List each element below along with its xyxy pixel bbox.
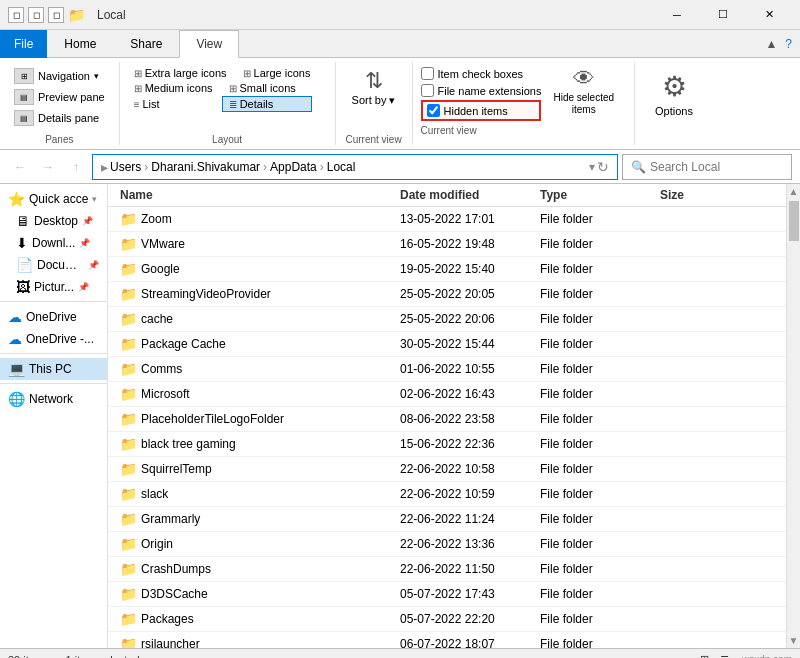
- navigation-pane-btn[interactable]: ⊞ Navigation ▾: [8, 66, 105, 86]
- scrollbar[interactable]: ▲ ▼: [786, 184, 800, 648]
- sidebar-item-documents[interactable]: 📄 Docum... 📌: [0, 254, 107, 276]
- file-date: 15-06-2022 22:36: [396, 435, 536, 453]
- show-hide-label: Current view: [421, 123, 542, 136]
- details-pane-label: Details pane: [38, 112, 99, 124]
- file-row[interactable]: 📁 cache 25-05-2022 20:06 File folder: [108, 307, 786, 332]
- sidebar-item-this-pc[interactable]: 💻 This PC: [0, 358, 107, 380]
- column-size[interactable]: Size: [656, 186, 736, 204]
- item-check-boxes-checkbox[interactable]: [421, 67, 434, 80]
- help-btn[interactable]: ?: [785, 37, 792, 51]
- file-date: 13-05-2022 17:01: [396, 210, 536, 228]
- path-dropdown-arrow[interactable]: ▾: [589, 160, 595, 174]
- sidebar-item-onedrive[interactable]: ☁ OneDrive: [0, 306, 107, 328]
- file-row[interactable]: 📁 StreamingVideoProvider 25-05-2022 20:0…: [108, 282, 786, 307]
- file-type: File folder: [536, 285, 656, 303]
- ribbon-collapse-btn[interactable]: ▲: [765, 37, 777, 51]
- list-btn[interactable]: ≡ List: [128, 96, 218, 112]
- column-name[interactable]: Name: [116, 186, 396, 204]
- file-row[interactable]: 📁 PlaceholderTileLogoFolder 08-06-2022 2…: [108, 407, 786, 432]
- view-icon-1[interactable]: ⊞: [696, 651, 714, 659]
- medium-icons-btn[interactable]: ⊞ Medium icons: [128, 81, 219, 95]
- file-folder-icon: 📁: [120, 461, 137, 477]
- back-button[interactable]: ←: [8, 155, 32, 179]
- hidden-items-row[interactable]: Hidden items: [421, 100, 542, 121]
- preview-pane-btn[interactable]: ▤ Preview pane: [8, 87, 111, 107]
- large-icons-btn[interactable]: ⊞ Large icons: [237, 66, 327, 80]
- file-folder-icon: 📁: [120, 436, 137, 452]
- path-local[interactable]: Local: [327, 160, 356, 174]
- file-row[interactable]: 📁 Origin 22-06-2022 13:36 File folder: [108, 532, 786, 557]
- file-row[interactable]: 📁 VMware 16-05-2022 19:48 File folder: [108, 232, 786, 257]
- sidebar-item-onedrive2[interactable]: ☁ OneDrive -...: [0, 328, 107, 350]
- maximize-button[interactable]: ☐: [700, 0, 746, 30]
- path-dharani[interactable]: Dharani.Shivakumar: [151, 160, 260, 174]
- item-check-boxes-row[interactable]: Item check boxes: [421, 66, 542, 81]
- search-box[interactable]: 🔍: [622, 154, 792, 180]
- address-path[interactable]: ▸ Users › Dharani.Shivakumar › AppData ›…: [92, 154, 618, 180]
- tab-view[interactable]: View: [179, 30, 239, 58]
- file-row[interactable]: 📁 Package Cache 30-05-2022 15:44 File fo…: [108, 332, 786, 357]
- file-type: File folder: [536, 210, 656, 228]
- tab-share[interactable]: Share: [113, 30, 179, 58]
- quick-access-arrow: ▾: [92, 194, 97, 204]
- file-row[interactable]: 📁 Packages 05-07-2022 22:20 File folder: [108, 607, 786, 632]
- forward-button[interactable]: →: [36, 155, 60, 179]
- file-size: [656, 617, 736, 621]
- documents-pin-icon: 📌: [88, 260, 99, 270]
- tab-file[interactable]: File: [0, 30, 47, 58]
- column-date[interactable]: Date modified: [396, 186, 536, 204]
- column-type[interactable]: Type: [536, 186, 656, 204]
- file-row[interactable]: 📁 slack 22-06-2022 10:59 File folder: [108, 482, 786, 507]
- file-date: 25-05-2022 20:06: [396, 310, 536, 328]
- sort-by-btn[interactable]: ⇅ Sort by ▾: [344, 66, 404, 109]
- scroll-thumb[interactable]: [789, 201, 799, 241]
- view-icon-2[interactable]: ≣: [716, 651, 734, 659]
- minimize-button[interactable]: ─: [654, 0, 700, 30]
- options-btn[interactable]: ⚙ Options: [643, 62, 705, 117]
- up-button[interactable]: ↑: [64, 155, 88, 179]
- path-sep-2: ›: [263, 160, 267, 174]
- file-name-cell: 📁 D3DSCache: [116, 584, 396, 604]
- extra-large-icons-btn[interactable]: ⊞ Extra large icons: [128, 66, 233, 80]
- scroll-up-btn[interactable]: ▲: [787, 184, 800, 199]
- file-row[interactable]: 📁 Grammarly 22-06-2022 11:24 File folder: [108, 507, 786, 532]
- file-row[interactable]: 📁 Google 19-05-2022 15:40 File folder: [108, 257, 786, 282]
- file-row[interactable]: 📁 SquirrelTemp 22-06-2022 10:58 File fol…: [108, 457, 786, 482]
- tab-home[interactable]: Home: [47, 30, 113, 58]
- sidebar-item-network[interactable]: 🌐 Network: [0, 388, 107, 410]
- file-row[interactable]: 📁 D3DSCache 05-07-2022 17:43 File folder: [108, 582, 786, 607]
- file-folder-icon: 📁: [120, 336, 137, 352]
- scroll-down-btn[interactable]: ▼: [787, 633, 800, 648]
- file-row[interactable]: 📁 black tree gaming 15-06-2022 22:36 Fil…: [108, 432, 786, 457]
- path-refresh-icon[interactable]: ↻: [597, 159, 609, 175]
- search-input[interactable]: [650, 160, 770, 174]
- hidden-items-checkbox[interactable]: [427, 104, 440, 117]
- downloads-icon: ⬇: [16, 235, 28, 251]
- details-btn[interactable]: ≣ Details: [222, 96, 312, 112]
- close-button[interactable]: ✕: [746, 0, 792, 30]
- small-icons-btn[interactable]: ⊞ Small icons: [223, 81, 313, 95]
- title-bar-icons: ◻ ◻ ◻ 📁: [8, 7, 89, 23]
- file-name-extensions-checkbox[interactable]: [421, 84, 434, 97]
- file-row[interactable]: 📁 CrashDumps 22-06-2022 11:50 File folde…: [108, 557, 786, 582]
- item-count: 30 items: [8, 654, 50, 659]
- file-row[interactable]: 📁 Microsoft 02-06-2022 16:43 File folder: [108, 382, 786, 407]
- file-type: File folder: [536, 260, 656, 278]
- file-date: 22-06-2022 11:24: [396, 510, 536, 528]
- preview-pane-label: Preview pane: [38, 91, 105, 103]
- file-name-extensions-row[interactable]: File name extensions: [421, 83, 542, 98]
- sidebar-item-desktop[interactable]: 🖥 Desktop 📌: [0, 210, 107, 232]
- hide-selected-items-btn[interactable]: 👁 Hide selecteditems: [541, 66, 626, 116]
- file-row[interactable]: 📁 rsilauncher 06-07-2022 18:07 File fold…: [108, 632, 786, 648]
- this-pc-icon: 💻: [8, 361, 25, 377]
- file-row[interactable]: 📁 Comms 01-06-2022 10:55 File folder: [108, 357, 786, 382]
- sidebar-item-downloads[interactable]: ⬇ Downl... 📌: [0, 232, 107, 254]
- sidebar-item-pictures[interactable]: 🖼 Pictur... 📌: [0, 276, 107, 298]
- path-users[interactable]: Users: [110, 160, 141, 174]
- path-appdata[interactable]: AppData: [270, 160, 317, 174]
- hide-items-label: Hide selecteditems: [553, 92, 614, 116]
- details-pane-btn[interactable]: ▤ Details pane: [8, 108, 105, 128]
- file-name-cell: 📁 SquirrelTemp: [116, 459, 396, 479]
- file-row[interactable]: 📁 Zoom 13-05-2022 17:01 File folder: [108, 207, 786, 232]
- sidebar-item-quick-access[interactable]: ⭐ Quick acce ▾: [0, 188, 107, 210]
